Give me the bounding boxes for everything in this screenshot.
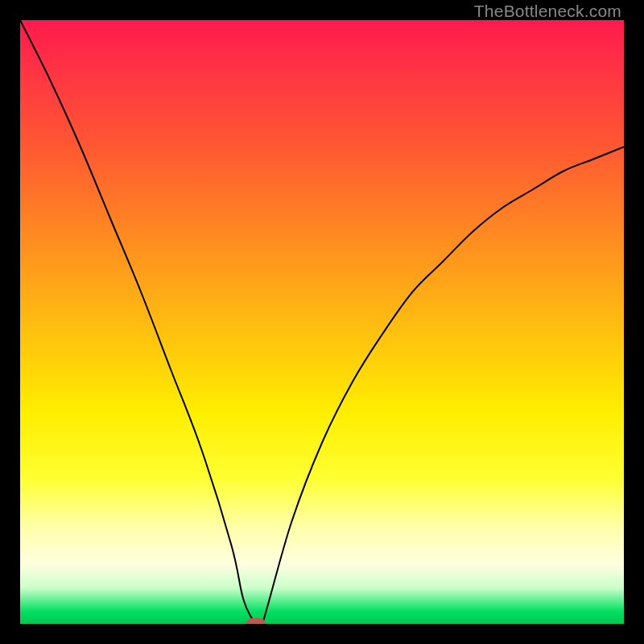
chart-frame: TheBottleneck.com — [0, 0, 644, 644]
attribution-label: TheBottleneck.com — [474, 2, 621, 21]
plot-area — [20, 20, 624, 624]
bottleneck-curve — [20, 20, 624, 624]
optimal-marker — [246, 618, 266, 624]
